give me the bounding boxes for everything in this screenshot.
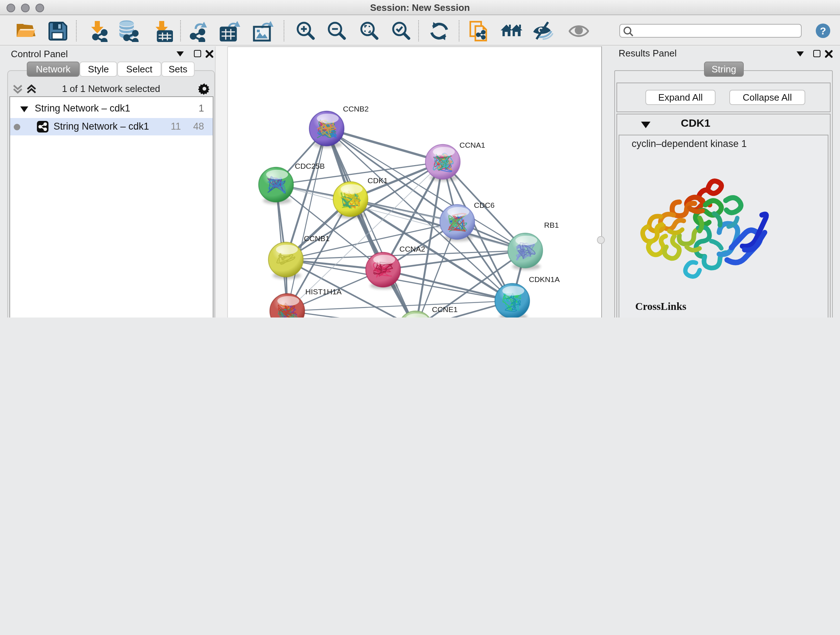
svg-text:CCNB2: CCNB2 (343, 105, 369, 113)
svg-text:CCNB1: CCNB1 (304, 234, 330, 242)
svg-text:CDK1: CDK1 (368, 176, 388, 185)
svg-text:HIST1H1A: HIST1H1A (305, 287, 341, 296)
svg-text:CCNE1: CCNE1 (432, 305, 458, 314)
svg-text:RB1: RB1 (544, 221, 559, 229)
svg-text:CCNA2: CCNA2 (399, 245, 425, 253)
svg-text:CDKN1A: CDKN1A (529, 275, 560, 283)
svg-text:?: ? (820, 25, 826, 36)
svg-text:CDC6: CDC6 (474, 201, 494, 209)
svg-text:CDC25B: CDC25B (295, 162, 325, 170)
svg-text:CCNA1: CCNA1 (459, 141, 485, 149)
